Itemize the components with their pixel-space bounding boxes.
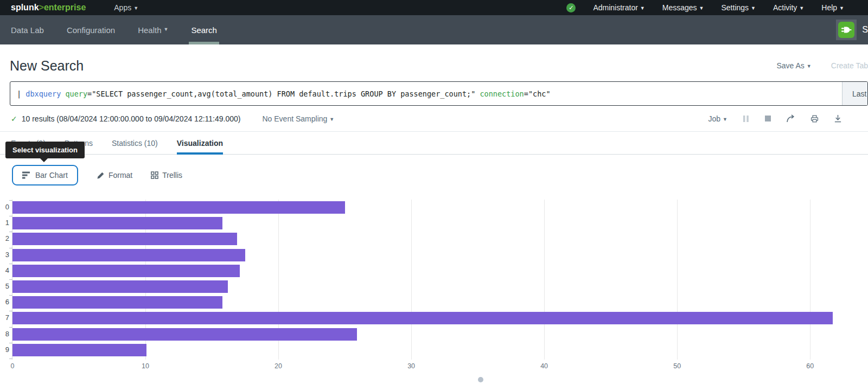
time-range-picker[interactable]: Last (842, 82, 867, 105)
nav-item-label: Health (138, 25, 161, 35)
bar-chart: 01234567890102030405060 (0, 200, 868, 379)
pause-icon[interactable] (742, 115, 750, 123)
y-axis-label: 7 (1, 313, 9, 322)
activity-menu[interactable]: Activity▼ (773, 3, 804, 12)
bar-passenger-count-8[interactable] (12, 328, 357, 341)
chevron-down-icon: ▼ (839, 5, 844, 11)
chevron-down-icon: ▼ (751, 5, 756, 11)
nav-item-label: Configuration (67, 25, 115, 35)
x-axis-label: 40 (540, 362, 548, 370)
messages-menu[interactable]: Messages▼ (662, 3, 704, 12)
splunk-logo[interactable]: splunk>enterprise (11, 3, 86, 12)
nav-item-label: Data Lab (11, 25, 44, 35)
y-axis-tick (9, 327, 12, 328)
query-segment: ="SELECT passenger_count,avg(total_amoun… (87, 89, 475, 98)
nav-item-label: Search (191, 25, 217, 35)
logo-gt-text: > (39, 3, 44, 12)
page-header-actions: Save As▼ Create Tab (776, 61, 868, 70)
print-icon[interactable] (810, 114, 819, 123)
topbar: splunk>enterprise Apps▼ ✓ Administrator▼… (0, 0, 868, 15)
y-axis-tick (9, 343, 12, 343)
chevron-down-icon: ▼ (133, 5, 138, 11)
gridline (544, 200, 545, 360)
app-icon-frame (836, 20, 857, 40)
results-summary: 10 results (08/04/2024 12:00:00.000 to 0… (22, 114, 241, 123)
chart-type-label: Bar Chart (35, 171, 68, 180)
query-segment: query (65, 89, 87, 98)
chevron-down-icon: ▼ (799, 5, 804, 11)
nav-item-data-lab[interactable]: Data Lab (11, 15, 44, 44)
nav-item-search[interactable]: Search (191, 15, 217, 44)
chart-type-picker-button[interactable]: Bar Chart (12, 165, 78, 185)
page-title: New Search (10, 58, 84, 74)
bar-passenger-count-4[interactable] (12, 265, 240, 277)
logo-splunk-text: splunk (11, 3, 39, 12)
save-as-button[interactable]: Save As▼ (776, 61, 811, 70)
db-connect-plug-icon (838, 22, 854, 38)
settings-menu[interactable]: Settings▼ (722, 3, 756, 12)
y-axis-label: 1 (1, 219, 9, 227)
y-axis-tick (9, 232, 12, 232)
page-header: New Search Save As▼ Create Tab (0, 44, 868, 79)
y-axis-tick (9, 359, 12, 359)
tab-label: Statistics (10) (112, 139, 158, 148)
y-axis-tick (9, 216, 12, 216)
scroll-indicator-dot (478, 377, 483, 382)
bar-passenger-count-6[interactable] (12, 296, 222, 309)
nav-item-configuration[interactable]: Configuration (67, 15, 115, 44)
event-sampling-menu[interactable]: No Event Sampling▼ (262, 114, 334, 123)
trellis-grid-icon (151, 171, 158, 179)
bar-passenger-count-2[interactable] (12, 233, 237, 245)
search-input[interactable]: | dbxquery query="SELECT passenger_count… (10, 82, 842, 105)
format-button[interactable]: Format (97, 171, 132, 180)
health-check-circle-icon[interactable]: ✓ (566, 3, 576, 12)
download-icon[interactable] (834, 114, 842, 123)
bar-chart-icon (22, 171, 30, 179)
nav-item-health[interactable]: Health▼ (138, 15, 168, 44)
app-identity: S (836, 15, 868, 44)
job-menu[interactable]: Job▼ (709, 114, 728, 123)
administrator-menu[interactable]: Administrator▼ (593, 3, 644, 12)
apps-menu[interactable]: Apps▼ (114, 3, 138, 12)
bar-passenger-count-3[interactable] (12, 249, 245, 261)
results-bar: ✓ 10 results (08/04/2024 12:00:00.000 to… (0, 106, 868, 132)
bar-passenger-count-7[interactable] (12, 312, 833, 324)
plot-area: 01234567890102030405060 (12, 200, 868, 360)
help-menu[interactable]: Help▼ (821, 3, 844, 12)
y-axis-label: 3 (1, 251, 9, 259)
y-axis-tick (9, 295, 12, 296)
logo-enterprise-text: enterprise (44, 3, 86, 12)
bar-passenger-count-9[interactable] (12, 344, 146, 356)
query-segment: | (17, 89, 25, 98)
event-sampling-label: No Event Sampling (262, 114, 327, 123)
chevron-down-icon: ▼ (723, 117, 727, 122)
chevron-down-icon: ▼ (163, 27, 168, 32)
search-query-text: | dbxquery query="SELECT passenger_count… (17, 89, 551, 98)
bar-passenger-count-5[interactable] (12, 280, 228, 293)
visualization-toolbar: Bar Chart Format Trellis (0, 155, 868, 188)
messages-menu-label: Messages (662, 3, 697, 12)
search-bar: | dbxquery query="SELECT passenger_count… (10, 81, 868, 106)
bar-passenger-count-0[interactable] (12, 201, 345, 214)
x-axis-label: 60 (806, 362, 814, 370)
format-label: Format (108, 171, 132, 180)
tab-statistics[interactable]: Statistics (10) (112, 132, 158, 154)
trellis-button[interactable]: Trellis (151, 171, 182, 180)
x-axis-label: 30 (407, 362, 415, 370)
results-check-icon: ✓ (11, 114, 17, 123)
stop-icon[interactable] (764, 115, 771, 122)
x-axis-label: 10 (142, 362, 149, 370)
y-axis-tick (9, 279, 12, 280)
administrator-menu-label: Administrator (593, 3, 637, 12)
query-segment: ="chc" (524, 89, 551, 98)
job-menu-label: Job (709, 114, 721, 123)
app-title-clipped: S (862, 25, 868, 35)
bar-passenger-count-1[interactable] (12, 217, 222, 229)
y-axis-tick (9, 248, 12, 248)
y-axis-label: 4 (1, 266, 9, 274)
tab-visualization[interactable]: Visualization (177, 132, 223, 154)
pencil-icon (97, 171, 105, 180)
share-icon[interactable] (786, 114, 795, 123)
create-table-view-button[interactable]: Create Tab (831, 61, 868, 70)
y-axis-tick (9, 200, 12, 201)
